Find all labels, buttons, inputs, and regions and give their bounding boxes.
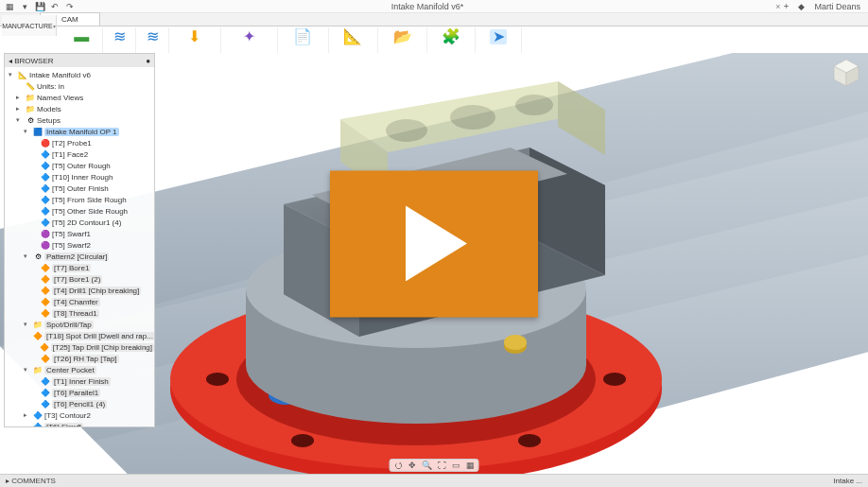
grid-icon[interactable]: ▦	[4, 1, 15, 12]
expand-icon[interactable]: ▾	[16, 116, 24, 124]
tree-node[interactable]: 🔷[T10] Inner Rough	[5, 171, 154, 183]
tree-node[interactable]: 🔷[T1] Face2	[5, 148, 154, 160]
node-label: [T2] Probe1	[52, 139, 92, 148]
tree-node[interactable]: 🔶[T25] Tap Drill [Chip breaking]	[5, 341, 154, 353]
node-label: [T18] Spot Drill [Dwell and rap...	[44, 332, 154, 340]
svg-point-24	[504, 335, 527, 350]
new-tab-icon[interactable]: ＋	[780, 1, 791, 12]
zoom-icon[interactable]: 🔍	[422, 461, 432, 470]
file-icon[interactable]: ▾	[19, 1, 30, 12]
tree-node[interactable]: 🔷[T6] Pencil1 (4)	[5, 398, 154, 409]
node-icon: 🔷	[33, 410, 43, 420]
node-label: [T7] Bore1	[52, 264, 91, 272]
node-label: [T1] Face2	[52, 150, 88, 159]
svg-marker-34	[406, 206, 467, 282]
tree-node[interactable]: 🟣[T5] Swarf2	[5, 239, 154, 251]
tree-node[interactable]: 📏Units: in	[5, 80, 154, 92]
node-label: Units: in	[37, 82, 64, 91]
tree-node[interactable]: 🔷[T5] Outer Finish	[5, 183, 154, 194]
node-icon: 📁	[33, 320, 43, 329]
tree-node[interactable]: 🔴[T2] Probe1	[5, 137, 154, 148]
node-label: [T6] Parallel1	[52, 389, 100, 397]
node-icon: 🔷	[41, 206, 50, 216]
node-label: [T6] Flow5	[44, 423, 83, 427]
browser-header[interactable]: ◂ BROWSER ●	[5, 54, 154, 67]
node-label: [T6] Pencil1 (4)	[52, 400, 107, 409]
node-icon: 🔷	[41, 149, 50, 159]
svg-point-9	[603, 373, 626, 386]
tree-node[interactable]: 🔷[T6] Parallel1	[5, 387, 154, 398]
orbit-icon[interactable]: ⭯	[394, 461, 403, 470]
tree-node[interactable]: 🔷[T5] 2D Contour1 (4)	[5, 217, 154, 228]
workspace-switcher[interactable]: MANUFACTURE ▾	[2, 15, 57, 36]
tree-node[interactable]: 🔷[T6] Flow5	[5, 421, 154, 426]
pan-icon[interactable]: ✥	[408, 461, 416, 470]
tree-node[interactable]: 🔷[T5] Other Side Rough	[5, 205, 154, 217]
tree-node[interactable]: 🟣[T5] Swarf1	[5, 228, 154, 239]
node-label: [T1] Inner Finish	[52, 377, 111, 386]
svg-point-28	[386, 119, 427, 142]
extensions-icon[interactable]: ◆	[795, 1, 807, 12]
node-label: [T5] Outer Finish	[52, 184, 109, 193]
node-icon: 📐	[18, 70, 27, 79]
tree-node[interactable]: 🔷[T1] Inner Finish	[5, 375, 154, 387]
node-icon: ⚙	[26, 115, 35, 125]
tab-strip: CAM	[0, 13, 868, 26]
tree-node[interactable]: 🔶[T7] Bore1 (2)	[5, 273, 154, 285]
select-icon: ➤	[490, 29, 507, 44]
save-icon[interactable]: 💾	[34, 1, 45, 12]
redo-icon[interactable]: ↷	[64, 1, 76, 12]
chevron-down-icon: ▾	[53, 23, 56, 29]
node-icon: ⚙	[33, 252, 43, 261]
grid-toggle-icon[interactable]: ▦	[466, 461, 475, 470]
node-icon: 📏	[26, 81, 35, 91]
fit-icon[interactable]: ⛶	[438, 461, 446, 470]
tree-node[interactable]: ▾📁Spot/Drill/Tap	[5, 319, 154, 330]
node-label: Models	[37, 105, 61, 113]
tree-node[interactable]: 🔷[T5] From Side Rough	[5, 194, 154, 205]
manage-icon: 📂	[394, 29, 411, 44]
node-icon: 🔷	[41, 217, 50, 227]
tree-node[interactable]: 🔶[T4] Drill1 [Chip breaking]	[5, 285, 154, 296]
tree-node[interactable]: ▾🟦Intake Manifold OP 1	[5, 126, 154, 137]
node-icon: 🔶	[41, 354, 50, 363]
svg-point-11	[518, 434, 541, 447]
tree-node[interactable]: 🔷[T5] Outer Rough	[5, 160, 154, 171]
tree-node[interactable]: 🔶[T18] Spot Drill [Dwell and rap...	[5, 330, 154, 341]
undo-icon[interactable]: ↶	[49, 1, 61, 12]
tree-node[interactable]: ▸🔷[T3] Contour2	[5, 409, 154, 421]
expand-icon[interactable]: ▾	[24, 321, 31, 328]
node-icon: 🟣	[41, 229, 50, 238]
node-icon: 🟣	[41, 240, 50, 250]
display-icon[interactable]: ▭	[452, 461, 460, 470]
tree-node[interactable]: ▾⚙Pattern2 [Circular]	[5, 251, 154, 262]
tree-node[interactable]: ▸📁Named Views	[5, 92, 154, 103]
browser-panel[interactable]: ◂ BROWSER ● ▾📐Intake Manifold v6📏Units: …	[4, 53, 155, 427]
comments-bar[interactable]: ▸ COMMENTS Intake ...	[0, 474, 868, 487]
expand-icon[interactable]: ▾	[9, 71, 16, 78]
node-label: [T8] Thread1	[52, 309, 99, 318]
tree-node[interactable]: ▾📁Center Pocket	[5, 364, 154, 375]
browser-options-icon[interactable]: ●	[146, 57, 150, 65]
expand-icon[interactable]: ▸	[24, 411, 31, 419]
expand-icon[interactable]: ▸	[16, 94, 24, 101]
expand-icon[interactable]: ▾	[24, 252, 31, 260]
user-name[interactable]: Marti Deans	[814, 2, 860, 11]
tree-node[interactable]: 🔶[T4] Chamfer	[5, 296, 154, 307]
tree-node[interactable]: ▾📐Intake Manifold v6	[5, 69, 154, 80]
play-overlay-button[interactable]	[330, 170, 538, 317]
view-cube[interactable]	[830, 57, 862, 89]
title-bar: ▦ ▾ 💾 ↶ ↷ Intake Manifold v6* × ＋ ◆ Mart…	[0, 0, 868, 13]
tree-node[interactable]: 🔶[T26] RH Tap [Tap]	[5, 353, 154, 364]
navigation-toolbar[interactable]: ⭯ ✥ 🔍 ⛶ ▭ ▦	[390, 459, 479, 472]
drilling-icon: ⬇	[186, 29, 203, 44]
model-tree[interactable]: ▾📐Intake Manifold v6📏Units: in▸📁Named Vi…	[5, 67, 154, 426]
tree-node[interactable]: 🔶[T8] Thread1	[5, 307, 154, 319]
node-icon: 🔷	[33, 422, 43, 426]
tree-node[interactable]: 🔶[T7] Bore1	[5, 262, 154, 273]
expand-icon[interactable]: ▾	[24, 128, 31, 135]
expand-icon[interactable]: ▾	[24, 366, 31, 374]
tree-node[interactable]: ▾⚙Setups	[5, 114, 154, 126]
expand-icon[interactable]: ▸	[16, 105, 24, 113]
tree-node[interactable]: ▸📁Models	[5, 103, 154, 114]
